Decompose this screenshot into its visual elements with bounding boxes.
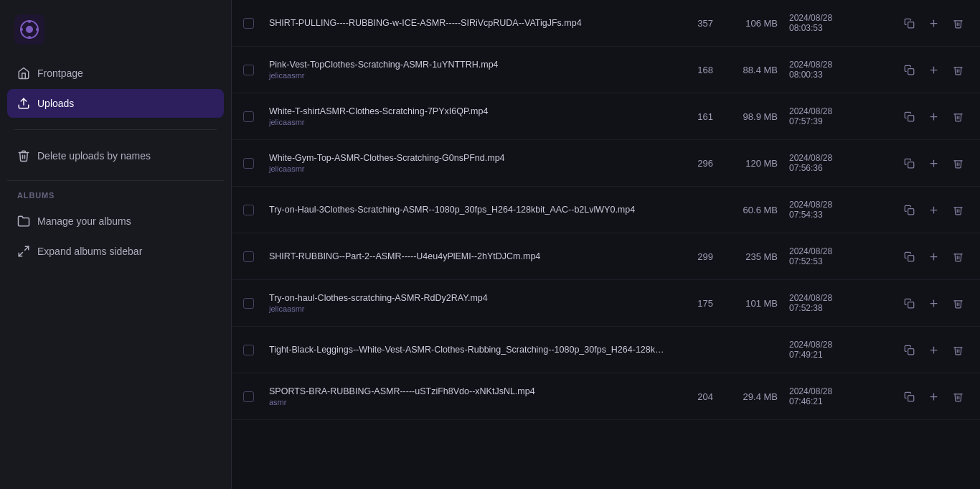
row-filename-col: SHIRT-RUBBING--Part-2--ASMR-----U4eu4yPl… bbox=[269, 251, 674, 261]
copy-button[interactable] bbox=[898, 386, 920, 407]
row-checkbox[interactable] bbox=[243, 391, 254, 402]
logo-area bbox=[0, 7, 231, 59]
row-size: 106 MB bbox=[725, 18, 789, 29]
row-channel: jelicaasmr bbox=[269, 118, 666, 126]
table-row: Tight-Black-Leggings--White-Vest-ASMR-Cl… bbox=[232, 327, 980, 373]
add-button[interactable] bbox=[923, 59, 944, 80]
row-actions-col bbox=[890, 339, 969, 360]
expand-icon bbox=[17, 245, 30, 258]
row-actions-col bbox=[890, 246, 969, 267]
row-filename[interactable]: Try-on-Haul-3Clothes-Scratching-ASMR--10… bbox=[269, 205, 666, 215]
row-filename[interactable]: SHIRT-RUBBING--Part-2--ASMR-----U4eu4yPl… bbox=[269, 251, 666, 261]
delete-icon bbox=[953, 205, 963, 215]
row-filename-col: SPORTS-BRA-RUBBING-ASMR-----uSTziFh8Vdo-… bbox=[269, 386, 674, 406]
row-checkbox[interactable] bbox=[243, 111, 254, 122]
row-actions-col bbox=[890, 199, 969, 220]
row-checkbox-col bbox=[243, 111, 269, 122]
delete-button[interactable] bbox=[947, 339, 969, 360]
row-filename[interactable]: Tight-Black-Leggings--White-Vest-ASMR-Cl… bbox=[269, 345, 666, 355]
svg-point-4 bbox=[36, 28, 39, 31]
copy-button[interactable] bbox=[898, 246, 920, 267]
row-checkbox[interactable] bbox=[243, 251, 254, 262]
row-time-value: 07:56:36 bbox=[789, 163, 881, 173]
delete-icon bbox=[953, 65, 963, 75]
delete-button[interactable] bbox=[947, 199, 969, 220]
delete-icon bbox=[953, 251, 963, 262]
row-date-value: 2024/08/28 bbox=[789, 153, 881, 163]
copy-icon bbox=[904, 391, 915, 402]
add-button[interactable] bbox=[923, 246, 944, 267]
row-filename-col: Try-on-haul-Clothes-scratching-ASMR-RdDy… bbox=[269, 293, 674, 313]
copy-button[interactable] bbox=[898, 152, 920, 174]
row-time-value: 07:52:53 bbox=[789, 256, 881, 266]
add-button[interactable] bbox=[923, 386, 944, 407]
delete-button[interactable] bbox=[947, 152, 969, 174]
table-row: Pink-Vest-TopClothes-Scratching-ASMR-1uY… bbox=[232, 47, 980, 93]
row-checkbox[interactable] bbox=[243, 205, 254, 215]
delete-button[interactable] bbox=[947, 386, 969, 407]
add-button[interactable] bbox=[923, 152, 944, 174]
table-row: White-T-shirtASMR-Clothes-Scratching-7PY… bbox=[232, 93, 980, 140]
delete-button[interactable] bbox=[947, 59, 969, 80]
delete-button[interactable] bbox=[947, 292, 969, 314]
row-date: 2024/08/2807:52:53 bbox=[789, 246, 890, 266]
delete-button[interactable] bbox=[947, 246, 969, 267]
albums-section: Albums Manage your albums Expand albums … bbox=[0, 191, 231, 264]
svg-rect-31 bbox=[908, 348, 913, 354]
row-checkbox[interactable] bbox=[243, 18, 254, 29]
copy-icon bbox=[904, 111, 915, 122]
delete-icon bbox=[953, 345, 963, 355]
add-icon bbox=[928, 298, 939, 309]
row-filename[interactable]: Try-on-haul-Clothes-scratching-ASMR-RdDy… bbox=[269, 293, 666, 303]
row-checkbox-col bbox=[243, 391, 269, 402]
add-icon bbox=[928, 251, 939, 262]
row-checkbox[interactable] bbox=[243, 298, 254, 309]
row-actions-col bbox=[890, 292, 969, 314]
add-button[interactable] bbox=[923, 199, 944, 220]
add-button[interactable] bbox=[923, 106, 944, 127]
row-views: 357 bbox=[674, 18, 725, 29]
copy-button[interactable] bbox=[898, 59, 920, 80]
row-filename[interactable]: Pink-Vest-TopClothes-Scratching-ASMR-1uY… bbox=[269, 60, 666, 70]
row-actions-col bbox=[890, 386, 969, 407]
sidebar-item-uploads[interactable]: Uploads bbox=[7, 89, 224, 118]
copy-button[interactable] bbox=[898, 12, 920, 34]
copy-button[interactable] bbox=[898, 339, 920, 360]
expand-albums-sidebar[interactable]: Expand albums sidebar bbox=[7, 238, 224, 264]
row-filename[interactable]: White-T-shirtASMR-Clothes-Scratching-7PY… bbox=[269, 106, 666, 116]
row-date: 2024/08/2807:57:39 bbox=[789, 106, 890, 126]
row-views: 296 bbox=[674, 158, 725, 169]
svg-rect-34 bbox=[908, 395, 913, 401]
svg-point-2 bbox=[26, 26, 33, 33]
uploads-label: Uploads bbox=[37, 98, 74, 109]
sidebar-item-manage-albums[interactable]: Manage your albums bbox=[7, 207, 224, 236]
row-actions-col bbox=[890, 12, 969, 34]
add-button[interactable] bbox=[923, 292, 944, 314]
row-date-value: 2024/08/28 bbox=[789, 246, 881, 256]
row-channel: jelicaasmr bbox=[269, 71, 666, 80]
row-filename-col: White-T-shirtASMR-Clothes-Scratching-7PY… bbox=[269, 106, 674, 126]
sidebar-item-frontpage[interactable]: Frontpage bbox=[7, 59, 224, 88]
row-date: 2024/08/2808:03:53 bbox=[789, 13, 890, 33]
sidebar-item-delete-by-names[interactable]: Delete uploads by names bbox=[7, 141, 224, 170]
row-checkbox[interactable] bbox=[243, 65, 254, 75]
add-button[interactable] bbox=[923, 339, 944, 360]
row-date-value: 2024/08/28 bbox=[789, 200, 881, 210]
copy-button[interactable] bbox=[898, 199, 920, 220]
table-row: White-Gym-Top-ASMR-Clothes-Scratching-G0… bbox=[232, 140, 980, 187]
row-filename[interactable]: SHIRT-PULLING----RUBBING-w-ICE-ASMR-----… bbox=[269, 18, 666, 28]
delete-icon bbox=[953, 111, 963, 122]
expand-albums-label: Expand albums sidebar bbox=[37, 246, 142, 257]
delete-button[interactable] bbox=[947, 106, 969, 127]
add-button[interactable] bbox=[923, 12, 944, 34]
row-checkbox[interactable] bbox=[243, 345, 254, 355]
delete-button[interactable] bbox=[947, 12, 969, 34]
copy-button[interactable] bbox=[898, 292, 920, 314]
copy-button[interactable] bbox=[898, 106, 920, 127]
svg-point-3 bbox=[20, 28, 23, 31]
add-icon bbox=[928, 111, 939, 122]
row-checkbox[interactable] bbox=[243, 158, 254, 169]
row-date: 2024/08/2807:54:33 bbox=[789, 200, 890, 220]
row-filename[interactable]: White-Gym-Top-ASMR-Clothes-Scratching-G0… bbox=[269, 153, 666, 163]
row-filename[interactable]: SPORTS-BRA-RUBBING-ASMR-----uSTziFh8Vdo-… bbox=[269, 386, 666, 396]
